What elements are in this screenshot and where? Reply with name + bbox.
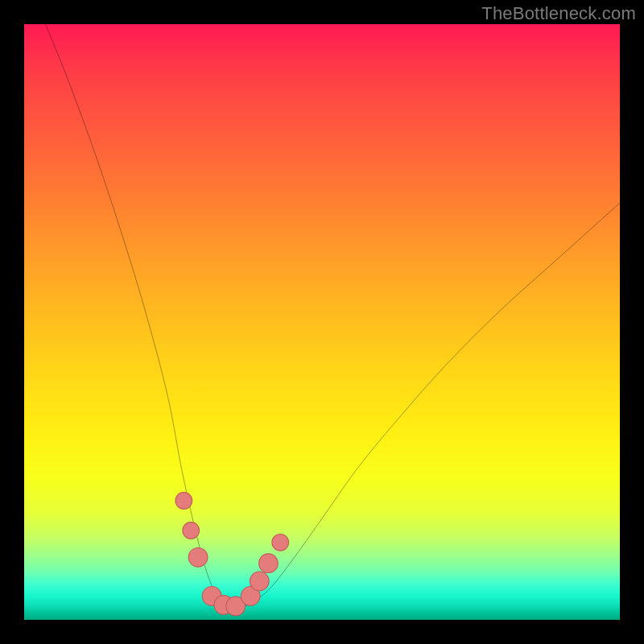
curve-markers (175, 493, 289, 616)
marker-left-upper (175, 493, 192, 510)
marker-left-lower (188, 547, 208, 567)
bottleneck-curve (24, 24, 620, 611)
marker-left-mid (183, 522, 200, 539)
marker-right-mid2 (259, 554, 279, 573)
chart-svg (24, 24, 620, 620)
chart-frame: TheBottleneck.com (0, 0, 644, 644)
watermark-text: TheBottleneck.com (481, 3, 636, 24)
plot-area (24, 24, 620, 620)
marker-right-upper (272, 534, 289, 551)
marker-right-mid1 (250, 572, 269, 591)
